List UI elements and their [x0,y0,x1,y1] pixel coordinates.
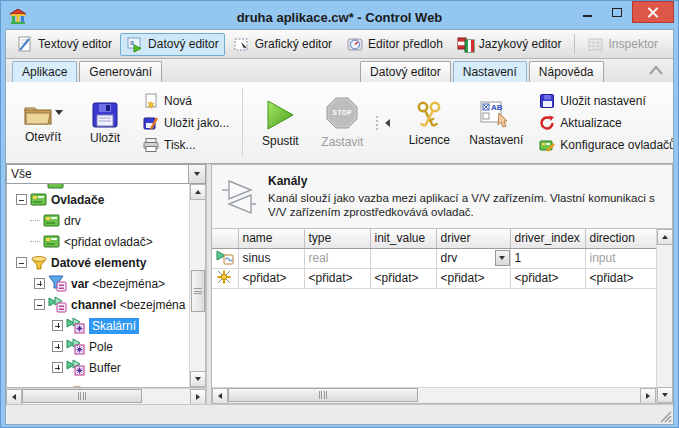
tree-item-channel[interactable]: channel <bezejména [7,294,189,315]
tab-aplikace[interactable]: Aplikace [12,61,77,82]
scroll-left-button[interactable] [212,388,228,403]
scroll-track[interactable] [418,388,640,403]
arrow-down-icon [195,377,201,384]
tree-filter-dropdown-button[interactable] [188,165,205,183]
close-button[interactable] [632,1,674,23]
settings-icon: AB [479,99,513,131]
tree-item-buffer[interactable]: Buffer [7,357,189,378]
tab-napoveda[interactable]: Nápověda [529,61,604,82]
scroll-thumb[interactable] [22,389,142,403]
inspector-button[interactable]: Inspektor [581,33,664,56]
text-editor-button[interactable]: Textový editor [10,33,118,56]
cell-driver-index[interactable]: 1 [510,248,585,268]
cell-add-driver[interactable]: <přidat> [436,268,510,288]
graphic-editor-button[interactable]: Grafický editor [227,33,338,56]
collapse-expander-icon[interactable] [34,299,45,310]
status-bar [6,404,673,424]
expand-expander-icon[interactable] [52,320,63,331]
scroll-track[interactable] [142,389,190,404]
scroll-left-button[interactable] [6,389,22,404]
tree-item-ovladace[interactable]: Ovladače [7,189,189,210]
collapse-ribbon-icon[interactable] [649,66,663,75]
language-editor-icon [457,36,475,53]
scroll-track[interactable] [190,200,205,270]
arrow-up-icon [662,232,668,239]
maximize-button[interactable] [602,1,632,23]
column-header-init-value[interactable]: init_value [370,229,436,248]
grid-row-sinus[interactable]: sinus real drv 1 [212,248,656,268]
data-editor-button[interactable]: a Datový editor [120,33,225,56]
template-editor-button[interactable]: Editor předloh [340,33,449,56]
column-header-direction[interactable]: direction [585,229,656,248]
tree-vertical-scrollbar[interactable] [189,184,205,387]
cell-add-driver-index[interactable]: <přidat> [510,268,585,288]
stop-button[interactable]: STOP Zastavit [311,86,373,160]
settings-button[interactable]: AB Nastavení [460,86,532,160]
column-header-driver[interactable]: driver [436,229,510,248]
palette-icon [672,36,673,53]
cell-add-direction[interactable]: <přidat> [585,268,656,288]
palette-button[interactable]: Pal [666,33,673,56]
expand-expander-icon[interactable] [52,362,63,373]
cell-direction[interactable]: input [585,248,656,268]
cell-driver[interactable]: drv [436,248,510,268]
tab-nastaveni[interactable]: Nastavení [453,61,527,82]
save-as-button[interactable]: Uložit jako... [140,114,232,132]
update-button[interactable]: Aktualizace [536,114,673,132]
resize-grip-icon[interactable] [658,409,672,423]
scroll-thumb[interactable] [191,270,205,312]
object-tree: Ovladače drv [7,184,189,387]
driver-config-button[interactable]: Konfigurace ovladačů [536,136,673,154]
language-editor-button[interactable]: Jazykový editor [451,33,568,56]
cell-add-type[interactable]: <přidat> [304,268,370,288]
scroll-track[interactable] [190,312,205,371]
run-button[interactable]: Spustit [249,86,311,160]
print-button[interactable]: Tisk... [140,136,232,154]
tree-item-pridat-ovladac[interactable]: <přidat ovladač> [7,231,189,252]
tree-item-skalarni[interactable]: Skalární [7,315,189,336]
tree-item-pole[interactable]: Pole [7,336,189,357]
open-button[interactable]: Otevřít [12,86,74,160]
scroll-up-button[interactable] [657,229,672,245]
save-settings-button[interactable]: Uložit nastavení [536,92,673,110]
cell-add-name[interactable]: <přidat> [238,268,304,288]
scroll-track[interactable] [657,245,672,387]
column-header-type[interactable]: type [304,229,370,248]
collapse-expander-icon[interactable] [16,257,27,268]
tree-filter-combobox[interactable]: Vše [6,164,206,184]
scroll-thumb[interactable] [228,388,418,402]
collapse-expander-icon[interactable] [16,194,27,205]
save-button[interactable]: Uložit [74,86,136,160]
tree-item-var[interactable]: var <bezejména> [7,273,189,294]
tree-item-datove-elementy[interactable]: Datové elementy [7,252,189,273]
license-button[interactable]: Licence [398,86,460,160]
tree-item-drv[interactable]: drv [7,210,189,231]
ribbon-splitter-grip[interactable] [376,116,378,130]
new-button[interactable]: Nová [140,92,232,110]
cell-name[interactable]: sinus [238,248,304,268]
grid-row-add[interactable]: <přidat> <přidat> <přidat> <přidat> <při… [212,268,656,288]
scroll-down-button[interactable] [190,371,206,387]
expand-expander-icon[interactable] [52,341,63,352]
tree-horizontal-scrollbar[interactable] [6,388,206,404]
tab-generovani[interactable]: Generování [79,61,162,82]
column-header-name[interactable]: name [238,229,304,248]
cell-init-value[interactable] [370,248,436,268]
grid-vertical-scrollbar[interactable] [656,229,672,403]
tab-datovy-editor[interactable]: Datový editor [360,61,451,82]
driver-dropdown-button[interactable] [495,250,510,266]
column-header-driver-index[interactable]: driver_index [510,229,585,248]
title-bar[interactable]: druha aplikace.cw* - Control Web [5,5,674,29]
expand-expander-icon[interactable] [34,278,45,289]
scroll-up-button[interactable] [190,184,206,200]
ribbon: Otevřít Uložit [6,82,673,164]
ribbon-collapse-left-icon[interactable] [381,119,390,127]
scroll-right-button[interactable] [190,389,206,404]
cell-add-init-value[interactable]: <přidat> [370,268,436,288]
cell-type[interactable]: real [304,248,370,268]
open-dropdown-caret[interactable] [55,110,63,119]
grid-horizontal-scrollbar[interactable] [212,387,656,403]
scroll-down-button[interactable] [657,387,672,403]
minimize-button[interactable] [572,1,602,23]
scroll-right-button[interactable] [640,388,656,403]
